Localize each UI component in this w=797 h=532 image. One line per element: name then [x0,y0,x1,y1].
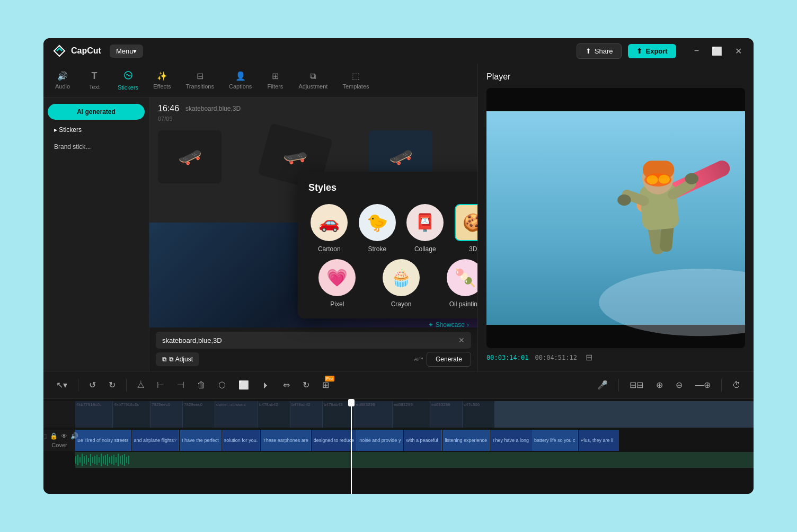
mic-tool[interactable]: 🎤 [593,377,612,393]
svg-point-14 [659,175,670,184]
sub-11: battery life so you c [532,430,578,451]
svg-rect-17 [75,452,754,468]
svg-rect-31 [103,456,104,464]
capcut-logo-icon [52,43,67,58]
timeline-zoom[interactable]: —⊕ [691,377,715,393]
pro-tool-wrap: ⊞ Pro [318,377,333,393]
toolbar-captions[interactable]: 👤 Captions [223,68,258,93]
svg-rect-42 [126,457,127,463]
templates-icon: ⬚ [352,71,360,81]
style-3d-icon: 🍪 [455,204,477,241]
menu-button[interactable]: Menu▾ [110,45,144,58]
sub-6: designed to reduce [312,430,357,451]
style-crayon-icon: 🧁 [383,259,420,296]
mask-tool[interactable]: ⬡ [214,377,230,393]
style-crayon[interactable]: 🧁 Crayon [373,259,430,308]
share-button[interactable]: ⬆ Share [577,43,622,59]
player-controls: 00:03:14:01 00:04:51:12 ⊟ [486,348,745,362]
toolbar-transitions[interactable]: ⊟ Transitions [180,68,220,93]
window-controls: − ⬜ ✕ [691,45,745,57]
toolbar-audio[interactable]: 🔊 Audio [48,68,77,93]
content-area: AI generated ▸ Stickers Brand stick... 1… [43,97,477,371]
effects-icon: ✨ [157,71,167,81]
input-area: ✕ ⧉ ⧉ Adjust AI™ Generate [149,327,477,371]
mirror-h-tool[interactable]: ⇔ [279,377,294,393]
style-stroke[interactable]: 🐤 Stroke [357,204,398,253]
snowboarder-svg [486,88,745,348]
export-button[interactable]: ⬆ Export [628,44,676,58]
sidebar-stickers[interactable]: ▸ Stickers [48,123,145,137]
toolbar-templates[interactable]: ⬚ Templates [336,68,375,93]
style-3d[interactable]: 🍪 3D [453,204,478,253]
crop-tool[interactable]: ⬜ [234,377,253,393]
film-strip: 4kb77918c0c 4kb77918c0c 7829eec0 7829eec… [75,401,754,428]
audio-track-icons: ⬚ 🔒 👁 🔊 Cover [43,430,75,451]
trim-end-tool[interactable]: ⊣ [173,377,189,393]
style-collage[interactable]: 📮 Collage [404,204,446,253]
track-lock-icon: 🔒 [50,432,58,440]
adjust-icon: ⧉ [162,356,167,363]
redo-button[interactable]: ↻ [104,377,120,393]
minimize-button[interactable]: − [691,45,702,57]
film-frame-9: ed683299 [355,401,392,428]
svg-rect-23 [86,455,87,465]
input-clear-button[interactable]: ✕ [458,336,465,344]
toolbar-effects[interactable]: ✨ Effects [147,68,177,93]
adjust-button[interactable]: ⧉ ⧉ Adjust [156,352,199,366]
styles-popup-title: Styles [308,182,477,193]
undo-button[interactable]: ↺ [85,377,100,393]
film-frame-1: 4kb77918c0c [75,401,112,428]
generate-button[interactable]: Generate [427,352,471,367]
maximize-button[interactable]: ⬜ [709,45,725,57]
share-icon: ⬆ [586,47,591,55]
close-button[interactable]: ✕ [732,45,745,57]
svg-rect-22 [84,456,85,464]
split-tool[interactable]: ⧊ [133,377,148,393]
style-pixel-icon: 💗 [318,259,356,296]
delete-tool[interactable]: 🗑 [193,377,210,393]
settings-tool[interactable]: ⏱ [728,377,745,393]
style-oil-painting[interactable]: 🍡 Oil painting [436,259,477,308]
toolbar-text[interactable]: T Text [79,67,109,93]
style-pixel[interactable]: 💗 Pixel [308,259,366,308]
select-tool[interactable]: ↖▾ [52,377,72,393]
svg-rect-27 [94,456,95,464]
svg-rect-43 [128,456,129,464]
toolbar-adjustment[interactable]: ⧉ Adjustment [292,68,334,93]
zoom-in-tool[interactable]: ⊕ [652,377,667,393]
play-tool[interactable]: ⏵ [258,377,274,393]
bottom-actions: ⧉ ⧉ Adjust AI™ Generate [156,352,471,367]
aspect-ratio-icon: ⊟ [586,352,592,362]
sidebar-brand-stickers[interactable]: Brand stick... [48,140,145,154]
fit-tool[interactable]: ⊟⊟ [625,377,648,393]
toolbar-stickers[interactable]: Stickers [111,67,145,94]
app-name: CapCut [71,46,101,56]
trim-start-tool[interactable]: ⊢ [153,377,169,393]
film-frame-12: c47c306 [463,401,494,428]
svg-rect-19 [77,455,78,465]
pro-badge: Pro [325,376,334,382]
audio-text-track: ⬚ 🔒 👁 🔊 Cover Be Tired of noisy streets … [43,430,754,451]
style-cartoon[interactable]: 🚗 Cartoon [308,204,350,253]
audio-waveform-track [43,452,754,468]
svg-point-16 [685,173,698,184]
svg-rect-20 [79,457,81,463]
svg-rect-41 [124,454,125,466]
adjustment-icon: ⧉ [310,72,316,81]
waveform-svg [75,452,754,468]
player-title: Player [486,72,745,82]
rotate-tool[interactable]: ↻ [298,377,314,393]
bottom-toolbar: ↖▾ ↺ ↻ ⧊ ⊢ ⊣ 🗑 ⬡ ⬜ ⏵ ⇔ ↻ ⊞ Pro 🎤 ⊟⊟ ⊕ ⊖ … [43,371,754,398]
track-audio-icon: 🔊 [70,432,78,440]
sub-5: These earphones are [261,430,311,451]
sticker-text-input[interactable] [162,336,458,344]
ai-generated-button[interactable]: AI generated [48,104,145,120]
svg-rect-24 [88,458,89,462]
zoom-out-tool[interactable]: ⊖ [671,377,687,393]
style-3d-label: 3D [469,245,477,253]
cover-label: Cover [51,442,67,448]
sub-7: noise and provide y [357,430,403,451]
sub-12: Plus, they are li [579,430,619,451]
sticker-card-1[interactable]: 🛹 [158,130,222,183]
toolbar-filters[interactable]: ⊞ Filters [260,68,290,93]
